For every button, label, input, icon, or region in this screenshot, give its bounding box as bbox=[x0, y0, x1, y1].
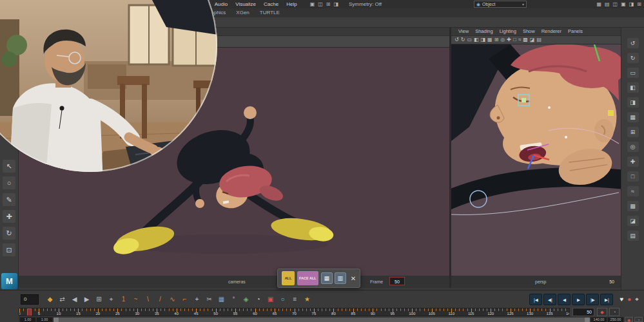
menu-item[interactable]: Help bbox=[282, 0, 300, 8]
time-slider[interactable]: 0510152025303540455055606570758085909510… bbox=[19, 308, 570, 316]
spline-tangent-icon[interactable]: ~ bbox=[130, 294, 141, 305]
xray-icon[interactable]: ▤ bbox=[627, 231, 639, 241]
range-slider-bar[interactable] bbox=[54, 317, 590, 322]
render-settings-icon[interactable]: ▦ bbox=[596, 0, 601, 8]
dope-sheet-icon[interactable]: ◈ bbox=[240, 294, 251, 305]
wireframe-icon[interactable]: □ bbox=[513, 35, 516, 44]
panel-menu-item[interactable]: Renderer bbox=[538, 28, 565, 35]
record-keys-icon[interactable]: ▣ bbox=[265, 294, 276, 305]
set-key-icon[interactable]: ◆ bbox=[44, 294, 55, 305]
playhead[interactable] bbox=[27, 308, 32, 316]
range-auto-key-icon[interactable]: ◆ bbox=[625, 317, 633, 322]
shelf-tab[interactable]: XGen bbox=[231, 8, 254, 17]
resolution-gate-icon[interactable]: ▦ bbox=[627, 112, 639, 122]
symmetry-status[interactable]: Symmetry: Off bbox=[349, 1, 382, 7]
close-icon[interactable]: ✕ bbox=[351, 275, 356, 282]
wireframe-icon[interactable]: □ bbox=[627, 171, 639, 182]
snap-point-icon[interactable]: ⊞ bbox=[326, 1, 331, 7]
film-gate-icon[interactable]: ▭ bbox=[627, 68, 639, 78]
retime-icon[interactable]: ⌖ bbox=[106, 294, 117, 305]
render-current-icon[interactable]: ◨ bbox=[629, 0, 634, 8]
make-live-icon[interactable]: ◨ bbox=[333, 1, 338, 7]
auto-key-toggle[interactable]: ◆ bbox=[597, 308, 607, 316]
insert-key-icon[interactable]: + bbox=[191, 294, 202, 305]
render-view-icon[interactable]: ◫ bbox=[613, 0, 618, 8]
lighting-icon[interactable]: ◪ bbox=[627, 216, 639, 226]
stepped-tangent-icon[interactable]: ⌐ bbox=[179, 294, 190, 305]
range-handle-right[interactable] bbox=[585, 317, 590, 322]
range-prefs-icon[interactable]: ◔ bbox=[634, 317, 643, 322]
grid-toggle-icon[interactable]: ⊞ bbox=[627, 127, 639, 137]
gate-mask-icon[interactable]: ◧ bbox=[474, 35, 479, 44]
menu-item[interactable]: Visualize bbox=[231, 0, 260, 8]
picker-grid-button[interactable]: ▦ bbox=[321, 272, 333, 284]
auto-tangent-icon[interactable]: ∿ bbox=[167, 294, 178, 305]
textured-icon[interactable]: ▩ bbox=[627, 201, 639, 211]
step-back-key-button[interactable]: ◀| bbox=[543, 294, 556, 305]
move-tool-icon[interactable]: ✚ bbox=[3, 210, 15, 223]
film-gate-icon[interactable]: ▭ bbox=[467, 35, 472, 44]
step-tangent-icon[interactable]: 1 bbox=[118, 294, 129, 305]
graph-editor-icon[interactable]: ▦ bbox=[216, 294, 227, 305]
swap-buffer-icon[interactable]: ⇄ bbox=[57, 294, 68, 305]
panel-menu-item[interactable]: View bbox=[455, 28, 472, 35]
panel-menu-item[interactable]: Panels bbox=[565, 28, 586, 35]
motion-trail-icon[interactable]: ○ bbox=[277, 294, 288, 305]
go-to-end-button[interactable]: ▶| bbox=[600, 294, 613, 305]
range-handle-left[interactable] bbox=[54, 317, 59, 322]
grid-toggle-icon[interactable]: ⊞ bbox=[494, 35, 499, 44]
panel-menu-item[interactable]: Lighting bbox=[496, 28, 520, 35]
bookmark-add-icon[interactable]: ✚ bbox=[627, 156, 639, 167]
ipr-render-icon[interactable]: ▣ bbox=[621, 0, 626, 8]
snap-grid-icon[interactable]: ▣ bbox=[310, 1, 315, 7]
field-chart-icon[interactable]: ◨ bbox=[481, 35, 486, 44]
go-to-start-button[interactable]: |◀ bbox=[529, 294, 542, 305]
step-forward-key-button[interactable]: |▶ bbox=[586, 294, 599, 305]
picker-all-button[interactable]: ALL bbox=[282, 271, 295, 285]
panel-menu-item[interactable]: Shading bbox=[472, 28, 496, 35]
search-icon[interactable]: ⌖ bbox=[635, 294, 639, 305]
face-viewport-canvas[interactable] bbox=[451, 44, 621, 276]
undo-view-icon[interactable]: ↺ bbox=[627, 38, 639, 48]
object-type-dropdown[interactable]: ◉ Object ▾ bbox=[474, 1, 527, 8]
picker-face-all-button[interactable]: FACE ALL bbox=[297, 271, 318, 285]
snap-keys-icon[interactable]: ⊞ bbox=[93, 294, 104, 305]
camera-attrs-icon[interactable]: ◎ bbox=[500, 35, 505, 44]
gate-mask-icon[interactable]: ◧ bbox=[627, 82, 639, 93]
textured-icon[interactable]: ▩ bbox=[523, 35, 528, 44]
anim-menu-icon[interactable]: ≡ bbox=[289, 294, 300, 305]
field-chart-icon[interactable]: ◨ bbox=[627, 97, 639, 108]
resolution-gate-icon[interactable]: ▦ bbox=[487, 35, 493, 44]
hypershade-icon[interactable]: ▤ bbox=[605, 0, 610, 8]
camera-attrs-icon[interactable]: ◎ bbox=[627, 142, 639, 152]
smooth-shade-icon[interactable]: ≈ bbox=[518, 35, 521, 44]
scale-tool-icon[interactable]: ⊡ bbox=[3, 243, 15, 256]
launch-render-icon[interactable]: ⊞ bbox=[637, 0, 641, 8]
cut-keys-icon[interactable]: ✂ bbox=[204, 294, 215, 305]
menu-item[interactable]: Cache bbox=[260, 0, 282, 8]
range-field[interactable]: 250.00 bbox=[608, 317, 623, 322]
anim-prefs-icon[interactable]: ◔ bbox=[609, 308, 620, 316]
picker-list-button[interactable]: ▥ bbox=[335, 272, 346, 284]
next-key-icon[interactable]: ▶ bbox=[81, 294, 92, 305]
redo-view-icon[interactable]: ↻ bbox=[627, 53, 639, 63]
undo-view-icon[interactable]: ↺ bbox=[454, 35, 459, 44]
character-set-field[interactable]: 0 bbox=[21, 294, 39, 305]
prev-key-icon[interactable]: ◀ bbox=[69, 294, 80, 305]
paint-select-tool-icon[interactable]: ✎ bbox=[3, 193, 15, 206]
lighting-icon[interactable]: ◪ bbox=[530, 35, 535, 44]
redo-view-icon[interactable]: ↻ bbox=[461, 35, 465, 44]
range-field[interactable]: 140.00 bbox=[591, 317, 607, 322]
xray-icon[interactable]: ▤ bbox=[536, 35, 542, 44]
bookmark-add-icon[interactable]: ✚ bbox=[507, 35, 511, 44]
heart-icon[interactable]: ♥ bbox=[620, 294, 623, 305]
current-frame-field[interactable]: 50 bbox=[572, 308, 594, 316]
record-icon[interactable]: ● bbox=[627, 294, 631, 305]
panel-menu-item[interactable]: Show bbox=[520, 28, 538, 35]
range-field[interactable]: 1.00 bbox=[20, 317, 35, 322]
step-back-frame-button[interactable]: ◀ bbox=[558, 294, 571, 305]
plateau-tangent-icon[interactable]: / bbox=[155, 294, 166, 305]
smooth-shade-icon[interactable]: ≈ bbox=[627, 186, 639, 196]
frame-value-field[interactable]: 50 bbox=[389, 277, 405, 285]
special-keys-icon[interactable]: * bbox=[228, 294, 239, 305]
